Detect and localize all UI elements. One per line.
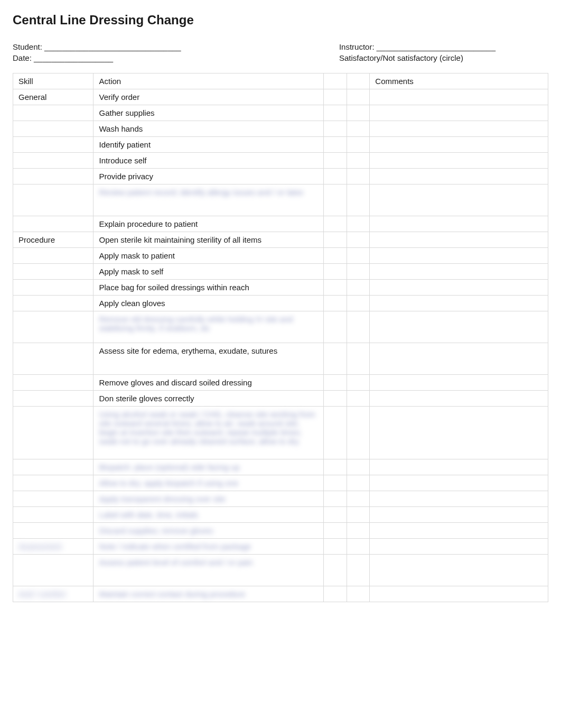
cell-sat1 — [324, 105, 347, 121]
cell-sat2 — [347, 507, 370, 523]
cell-comments — [370, 311, 548, 343]
cell-sat2 — [347, 280, 370, 296]
cell-sat2 — [347, 121, 370, 137]
header-fields: Student: _______________________________… — [13, 42, 548, 62]
cell-sat1 — [324, 121, 347, 137]
cell-action: Apply transparent dressing over site — [94, 491, 324, 507]
cell-action: Don sterile gloves correctly — [94, 391, 324, 407]
cell-skill — [13, 296, 94, 311]
cell-comments — [370, 137, 548, 153]
cell-action: Review patient record; identify allergy … — [94, 185, 324, 216]
cell-sat2 — [347, 475, 370, 491]
table-row: And / comfortMaintain correct contact du… — [13, 586, 548, 602]
table-row: Assess patient level of comfort and / or… — [13, 555, 548, 586]
skills-table: Skill Action Comments GeneralVerify orde… — [13, 73, 548, 602]
instructor-field: Instructor: ___________________________ — [339, 42, 495, 51]
cell-skill — [13, 264, 94, 280]
table-row: Place bag for soiled dressings within re… — [13, 280, 548, 296]
cell-sat1 — [324, 507, 347, 523]
col-header-sat1 — [324, 73, 347, 89]
cell-sat2 — [347, 264, 370, 280]
table-row: Apply transparent dressing over site — [13, 491, 548, 507]
cell-comments — [370, 264, 548, 280]
cell-action: Gather supplies — [94, 105, 324, 121]
table-row: Remove gloves and discard soiled dressin… — [13, 375, 548, 391]
cell-sat1 — [324, 491, 347, 507]
cell-comments — [370, 507, 548, 523]
cell-comments — [370, 280, 548, 296]
cell-comments — [370, 539, 548, 555]
cell-skill — [13, 507, 94, 523]
cell-sat1 — [324, 407, 347, 459]
cell-skill — [13, 459, 94, 475]
cell-comments — [370, 216, 548, 232]
cell-skill — [13, 407, 94, 459]
cell-comments — [370, 185, 548, 216]
cell-sat1 — [324, 232, 347, 248]
cell-sat1 — [324, 264, 347, 280]
cell-skill — [13, 169, 94, 185]
cell-sat1 — [324, 459, 347, 475]
cell-action: Discard supplies; remove gloves — [94, 523, 324, 539]
header-left-col: Student: _______________________________… — [13, 42, 181, 62]
cell-action: Apply mask to self — [94, 264, 324, 280]
cell-sat1 — [324, 586, 347, 602]
table-row: Assess site for edema, erythema, exudate… — [13, 343, 548, 375]
cell-sat1 — [324, 475, 347, 491]
table-row: Allow to dry; apply biopatch if using on… — [13, 475, 548, 491]
table-row: Explain procedure to patient — [13, 216, 548, 232]
cell-action: Identify patient — [94, 137, 324, 153]
cell-sat1 — [324, 280, 347, 296]
cell-sat2 — [347, 248, 370, 264]
cell-comments — [370, 121, 548, 137]
cell-skill — [13, 137, 94, 153]
cell-skill — [13, 280, 94, 296]
cell-skill — [13, 343, 94, 375]
table-row: Using alcohol swab or swab / CHG, cleans… — [13, 407, 548, 459]
table-row: Provide privacy — [13, 169, 548, 185]
cell-sat1 — [324, 137, 347, 153]
cell-skill — [13, 248, 94, 264]
cell-skill: And / comfort — [13, 586, 94, 602]
cell-sat1 — [324, 391, 347, 407]
cell-sat1 — [324, 311, 347, 343]
cell-action: Remove gloves and discard soiled dressin… — [94, 375, 324, 391]
cell-sat2 — [347, 586, 370, 602]
cell-skill — [13, 153, 94, 169]
cell-sat2 — [347, 105, 370, 121]
cell-comments — [370, 343, 548, 375]
cell-sat1 — [324, 185, 347, 216]
table-row: Label with date, time, initials — [13, 507, 548, 523]
cell-sat1 — [324, 216, 347, 232]
table-row: Identify patient — [13, 137, 548, 153]
cell-comments — [370, 105, 548, 121]
table-row: Review patient record; identify allergy … — [13, 185, 548, 216]
cell-sat2 — [347, 391, 370, 407]
cell-sat2 — [347, 539, 370, 555]
cell-skill — [13, 523, 94, 539]
cell-sat1 — [324, 296, 347, 311]
cell-skill — [13, 555, 94, 586]
cell-comments — [370, 586, 548, 602]
cell-sat2 — [347, 343, 370, 375]
cell-skill — [13, 311, 94, 343]
cell-action: Note / indicate when certified from pack… — [94, 539, 324, 555]
table-row: GeneralVerify order — [13, 89, 548, 105]
cell-action: Apply clean gloves — [94, 296, 324, 311]
col-header-comments: Comments — [370, 73, 548, 89]
cell-action: Biopatch: place (optional) side facing u… — [94, 459, 324, 475]
cell-sat2 — [347, 169, 370, 185]
student-field: Student: _______________________________ — [13, 42, 181, 51]
cell-action: Assess patient level of comfort and / or… — [94, 555, 324, 586]
cell-action: Place bag for soiled dressings within re… — [94, 280, 324, 296]
cell-skill — [13, 391, 94, 407]
cell-action: Introduce self — [94, 153, 324, 169]
cell-comments — [370, 407, 548, 459]
cell-comments — [370, 153, 548, 169]
cell-sat2 — [347, 523, 370, 539]
cell-sat2 — [347, 296, 370, 311]
page-title: Central Line Dressing Change — [13, 13, 548, 27]
col-header-skill: Skill — [13, 73, 94, 89]
cell-sat2 — [347, 137, 370, 153]
cell-skill: Assessment — [13, 539, 94, 555]
